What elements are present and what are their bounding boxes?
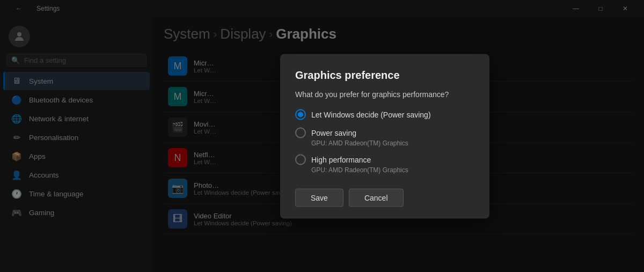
save-button[interactable]: Save — [295, 188, 343, 207]
radio-text-let-windows: Let Windows decide (Power saving) — [311, 110, 431, 119]
radio-group: Let Windows decide (Power saving) Power … — [295, 109, 474, 173]
radio-circle-high-performance[interactable] — [295, 154, 306, 165]
cancel-button[interactable]: Cancel — [349, 188, 404, 207]
dialog-question: What do you prefer for graphics performa… — [295, 90, 474, 98]
radio-text-high-performance: High performance — [311, 155, 371, 164]
radio-option-let-windows[interactable]: Let Windows decide (Power saving) — [295, 109, 474, 120]
radio-text-power-saving: Power saving — [311, 128, 356, 137]
dialog-buttons: Save Cancel — [295, 188, 474, 207]
radio-circle-let-windows[interactable] — [295, 109, 306, 120]
radio-option-power-saving[interactable]: Power saving GPU: AMD Radeon(TM) Graphic… — [295, 127, 474, 146]
radio-sub-high-performance: GPU: AMD Radeon(TM) Graphics — [311, 166, 474, 173]
radio-circle-power-saving[interactable] — [295, 127, 306, 138]
radio-label-row-high-performance[interactable]: High performance — [295, 154, 474, 165]
graphics-preference-dialog: Graphics preference What do you prefer f… — [280, 54, 489, 218]
dialog-title: Graphics preference — [295, 69, 474, 81]
radio-sub-power-saving: GPU: AMD Radeon(TM) Graphics — [311, 139, 474, 146]
radio-option-high-performance[interactable]: High performance GPU: AMD Radeon(TM) Gra… — [295, 154, 474, 173]
radio-label-row-power-saving[interactable]: Power saving — [295, 127, 474, 138]
radio-label-row-let-windows[interactable]: Let Windows decide (Power saving) — [295, 109, 474, 120]
